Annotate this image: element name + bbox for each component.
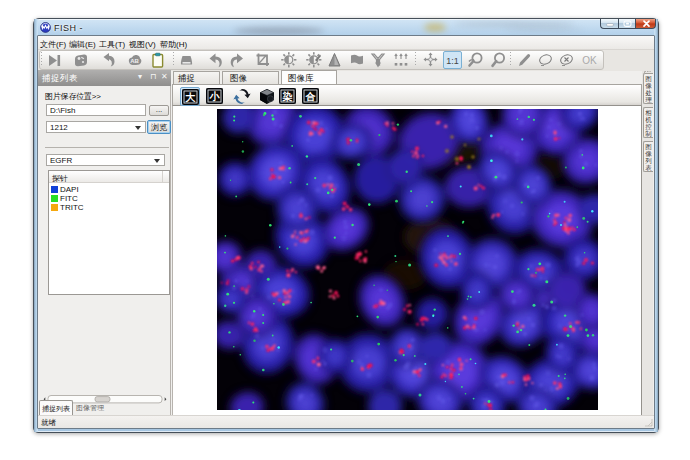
- svg-text:AB: AB: [130, 58, 139, 64]
- svg-text:OK: OK: [582, 55, 597, 66]
- svg-text:1:1: 1:1: [446, 56, 459, 66]
